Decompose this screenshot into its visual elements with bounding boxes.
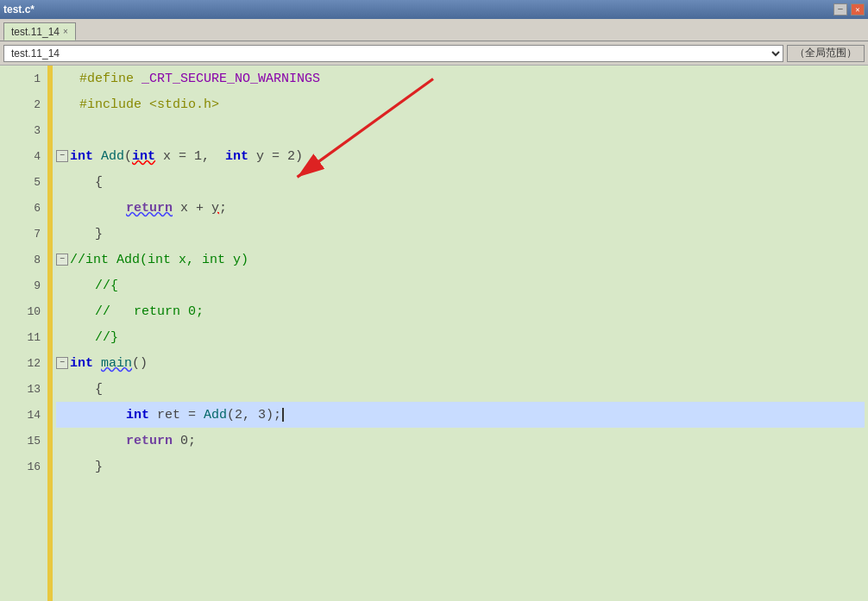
close-button[interactable]: ✕ [851, 3, 865, 16]
line-num-6: 6 [0, 195, 47, 221]
code-line-2[interactable]: #include <stdio.h> [56, 91, 865, 117]
code-line-4[interactable]: −int Add(int x = 1, int y = 2) [56, 143, 865, 169]
editor: 1 2 3 4 5 6 7 8 9 10 11 12 13 14 15 16 [0, 66, 868, 601]
toolbar: test.11_14 （全局范围） [0, 41, 868, 66]
pin-button[interactable]: — [833, 3, 847, 16]
code-line-7[interactable]: } [56, 221, 865, 247]
code-area[interactable]: #define _CRT_SECURE_NO_WARNINGS #include… [53, 66, 868, 601]
fold-icon-4[interactable]: − [56, 150, 68, 162]
title-bar: test.c* — ✕ [0, 0, 868, 19]
code-line-9[interactable]: //{ [56, 272, 865, 298]
code-line-6[interactable]: return x + y; [56, 195, 865, 221]
line-num-7: 7 [0, 221, 47, 247]
line-num-13: 13 [0, 376, 47, 402]
line-num-11: 11 [0, 324, 47, 350]
code-line-12[interactable]: −int main() [56, 350, 865, 376]
code-line-8[interactable]: −//int Add(int x, int y) [56, 247, 865, 272]
code-line-3[interactable] [56, 117, 865, 143]
line-num-14: 14 [0, 402, 47, 428]
code-line-1[interactable]: #define _CRT_SECURE_NO_WARNINGS [56, 66, 865, 91]
tab-bar: test.11_14 × [0, 19, 868, 41]
scope-dropdown[interactable]: test.11_14 [3, 45, 783, 62]
line-num-9: 9 [0, 272, 47, 298]
code-line-13[interactable]: { [56, 376, 865, 402]
tab-close-icon[interactable]: × [63, 27, 68, 36]
line-num-12: 12 [0, 350, 47, 376]
window-title: test.c* [3, 3, 830, 16]
code-line-15[interactable]: return 0; [56, 428, 865, 454]
line-numbers: 1 2 3 4 5 6 7 8 9 10 11 12 13 14 15 16 [0, 66, 47, 601]
tab-label: test.11_14 [11, 26, 60, 38]
text-cursor [282, 408, 284, 422]
line-num-16: 16 [0, 454, 47, 479]
fold-icon-12[interactable]: − [56, 357, 68, 369]
code-line-11[interactable]: //} [56, 324, 865, 350]
line-num-4: 4 [0, 143, 47, 169]
code-line-14[interactable]: int ret = Add(2, 3); [56, 402, 865, 428]
code-line-16[interactable]: } [56, 454, 865, 479]
line-num-5: 5 [0, 169, 47, 195]
line-num-15: 15 [0, 428, 47, 454]
line-num-3: 3 [0, 117, 47, 143]
fold-icon-8[interactable]: − [56, 254, 68, 266]
line-num-8: 8 [0, 247, 47, 272]
scope-label: （全局范围） [787, 45, 865, 62]
file-tab[interactable]: test.11_14 × [3, 22, 76, 41]
line-num-2: 2 [0, 91, 47, 117]
code-line-5[interactable]: { [56, 169, 865, 195]
line-num-1: 1 [0, 66, 47, 91]
code-line-10[interactable]: // return 0; [56, 298, 865, 324]
line-num-10: 10 [0, 298, 47, 324]
